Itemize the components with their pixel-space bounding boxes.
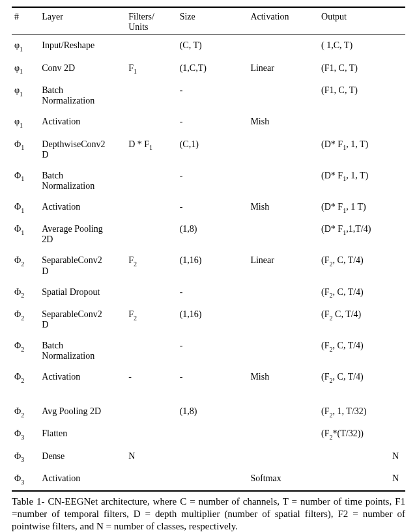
cell-output: (F2*(T/32)) [319, 423, 405, 445]
col-output: Output [319, 7, 405, 35]
cell-activation [248, 446, 319, 468]
cell-activation [248, 282, 319, 304]
architecture-table: # Layer Filters/ Units Size Activation O… [12, 7, 405, 492]
cell-hash: Φ1 [12, 165, 39, 197]
cell-hash: Φ1 [12, 197, 39, 219]
table-row: φ1BatchNormalization-(F1, C, T) [12, 80, 405, 111]
cell-layer: Avg Pooling 2D [39, 389, 126, 423]
table-header: # Layer Filters/ Units Size Activation O… [12, 7, 405, 35]
table-row: φ1Conv 2DF1(1,C,T)Linear(F1, C, T) [12, 58, 405, 80]
table-row: φ1Activation-Mish [12, 111, 405, 133]
cell-size [177, 468, 248, 491]
table-row: Φ3DenseNN [12, 446, 405, 468]
cell-layer: BatchNormalization [39, 165, 126, 197]
cell-output: (F2, 1, T/32) [319, 389, 405, 423]
cell-size: - [177, 282, 248, 304]
cell-size: - [177, 367, 248, 389]
cell-filters: - [126, 367, 177, 389]
cell-output: (D* F1, 1, T) [319, 134, 405, 165]
cell-hash: Φ3 [12, 468, 39, 491]
col-activation: Activation [248, 7, 319, 35]
cell-hash: φ1 [12, 35, 39, 58]
cell-hash: Φ1 [12, 134, 39, 165]
cell-hash: Φ2 [12, 335, 39, 367]
table-row: Φ1DepthwiseConv2DD * F1(C,1)(D* F1, 1, T… [12, 134, 405, 165]
cell-filters [126, 335, 177, 367]
cell-size: (1,16) [177, 304, 248, 335]
cell-filters: F2 [126, 304, 177, 335]
cell-activation [248, 335, 319, 367]
cell-layer: BatchNormalization [39, 80, 126, 111]
cell-filters [126, 35, 177, 58]
cell-activation [248, 423, 319, 445]
cell-activation: Mish [248, 367, 319, 389]
table-row: Φ3Flatten(F2*(T/32)) [12, 423, 405, 445]
cell-size [177, 423, 248, 445]
cell-layer: Spatial Dropout [39, 282, 126, 304]
table-row: Φ2SeparableConv2DF2(1,16)(F2 C, T/4) [12, 304, 405, 335]
cell-layer: Average Pooling2D [39, 219, 126, 250]
table-row: Φ2Spatial Dropout-(F2, C, T/4) [12, 282, 405, 304]
cell-filters [126, 282, 177, 304]
cell-size: - [177, 197, 248, 219]
cell-filters: N [126, 446, 177, 468]
col-layer: Layer [39, 7, 126, 35]
cell-layer: Activation [39, 111, 126, 133]
cell-hash: Φ2 [12, 250, 39, 281]
cell-hash: φ1 [12, 111, 39, 133]
cell-layer: DepthwiseConv2D [39, 134, 126, 165]
table-row: φ1Input/Reshape(C, T)( 1,C, T) [12, 35, 405, 58]
table-row: Φ1Average Pooling2D(1,8)(D* F1,1,T/4) [12, 219, 405, 250]
col-hash: # [12, 7, 39, 35]
cell-layer: BatchNormalization [39, 335, 126, 367]
cell-size: - [177, 165, 248, 197]
cell-filters [126, 165, 177, 197]
cell-output: (D* F1, 1, T) [319, 165, 405, 197]
cell-filters: F2 [126, 250, 177, 281]
cell-output: (D* F1, 1 T) [319, 197, 405, 219]
cell-filters [126, 111, 177, 133]
cell-hash: Φ2 [12, 304, 39, 335]
cell-output: N [319, 468, 405, 491]
cell-output: (F2, C, T/4) [319, 282, 405, 304]
cell-output: (F2, C, T/4) [319, 335, 405, 367]
cell-filters [126, 389, 177, 423]
cell-activation [248, 389, 319, 423]
cell-layer: Activation [39, 468, 126, 491]
cell-size: (1,8) [177, 219, 248, 250]
cell-layer: SeparableConv2D [39, 304, 126, 335]
cell-layer: SeparableConv2D [39, 250, 126, 281]
cell-size: - [177, 111, 248, 133]
cell-size [177, 446, 248, 468]
cell-hash: Φ3 [12, 423, 39, 445]
cell-layer: Flatten [39, 423, 126, 445]
cell-filters: F1 [126, 58, 177, 80]
cell-size: - [177, 80, 248, 111]
cell-output: (F2, C, T/4) [319, 250, 405, 281]
cell-activation [248, 134, 319, 165]
cell-size: (1,16) [177, 250, 248, 281]
cell-hash: φ1 [12, 80, 39, 111]
col-filters: Filters/ Units [126, 7, 177, 35]
cell-layer: Conv 2D [39, 58, 126, 80]
cell-filters: D * F1 [126, 134, 177, 165]
col-size: Size [177, 7, 248, 35]
cell-hash: φ1 [12, 58, 39, 80]
cell-output: (F1, C, T) [319, 80, 405, 111]
cell-output: ( 1,C, T) [319, 35, 405, 58]
cell-hash: Φ1 [12, 219, 39, 250]
cell-filters [126, 80, 177, 111]
cell-activation [248, 165, 319, 197]
cell-hash: Φ3 [12, 446, 39, 468]
table-row: Φ2SeparableConv2DF2(1,16)Linear(F2, C, T… [12, 250, 405, 281]
table-row: Φ1Activation-Mish(D* F1, 1 T) [12, 197, 405, 219]
cell-output [319, 111, 405, 133]
cell-activation: Mish [248, 111, 319, 133]
table-row: Φ2BatchNormalization-(F2, C, T/4) [12, 335, 405, 367]
table-row: Φ1BatchNormalization-(D* F1, 1, T) [12, 165, 405, 197]
cell-output: (F2 C, T/4) [319, 304, 405, 335]
cell-filters [126, 197, 177, 219]
cell-size: (1,C,T) [177, 58, 248, 80]
cell-filters [126, 423, 177, 445]
cell-layer: Dense [39, 446, 126, 468]
